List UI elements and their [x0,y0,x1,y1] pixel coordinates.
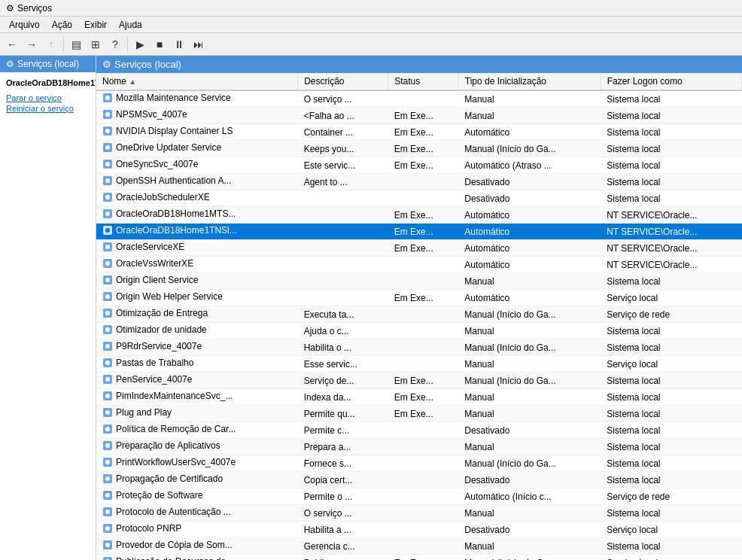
table-row[interactable]: OracleOraDB18Home1MTS...Em Exe...Automát… [96,207,742,224]
table-row[interactable]: Pastas de TrabalhoEsse servic...ManualSe… [96,356,742,373]
service-icon [102,556,113,560]
table-row[interactable]: Mozilla Maintenance ServiceO serviço ...… [96,90,742,108]
svg-point-51 [105,510,110,514]
back-button[interactable]: ← [3,35,21,53]
table-row[interactable]: Publicação de Recursos de ...Publica es.… [96,555,742,561]
table-row[interactable]: Otimização de EntregaExecuta ta...Manual… [96,306,742,323]
show-console-button[interactable]: ▤ [67,35,85,53]
service-icon [102,407,113,418]
services-tbody: Mozilla Maintenance ServiceO serviço ...… [96,90,742,560]
table-row[interactable]: Proteção de SoftwarePermite o ...Automát… [96,488,742,505]
table-row[interactable]: OracleOraDB18Home1TNSl...Em Exe...Automá… [96,224,742,240]
svg-point-1 [105,96,110,100]
service-name-cell: Origin Web Helper Service [96,290,298,306]
service-icon [102,192,113,202]
table-row[interactable]: OracleServiceXEEm Exe...AutomáticoNT SER… [96,240,742,257]
table-row[interactable]: Plug and PlayPermite qu...Em Exe...Manua… [96,406,742,422]
restart-service-link[interactable]: Reiniciar o serviço [6,104,90,113]
table-row[interactable]: Origin Web Helper ServiceEm Exe...Automá… [96,290,742,306]
properties-button[interactable]: ⊞ [87,35,105,53]
service-icon [102,175,113,186]
table-row[interactable]: Origin Client ServiceManualSistema local [96,273,742,290]
service-startup-cell: Manual (Início do Ga... [458,373,601,389]
service-icon [102,540,113,550]
stop-service-link[interactable]: Parar o serviço [6,93,90,102]
table-row[interactable]: Provedor de Cópia de Som...Gerencia c...… [96,538,742,555]
table-row[interactable]: OracleVssWriterXEAutomáticoNT SERVICE\Or… [96,257,742,273]
table-row[interactable]: NVIDIA Display Container LSContainer ...… [96,124,742,141]
service-icon [102,374,113,385]
col-desc[interactable]: Descrição [298,73,388,90]
table-row[interactable]: OpenSSH Authentication A...Agent to ...D… [96,174,742,190]
services-table-container: Nome ▲ Descrição Status Tipo de Iniciali… [96,73,742,560]
service-startup-cell: Automático [458,207,601,224]
service-name-cell: OracleVssWriterXE [96,257,298,273]
col-logon[interactable]: Fazer Logon como [601,73,741,90]
table-row[interactable]: Propagação de CertificadoCopia cert...De… [96,472,742,488]
table-row[interactable]: Preparação de AplicativosPrepara a...Man… [96,439,742,455]
start-button[interactable]: ▶ [131,35,149,53]
help-button[interactable]: ? [106,35,124,53]
service-name-cell: OracleOraDB18Home1MTS... [96,207,298,224]
menu-item-exibir[interactable]: Exibir [78,18,113,32]
service-name-cell: OracleServiceXE [96,240,298,257]
menu-item-ação[interactable]: Ação [46,18,78,32]
service-desc-cell: O serviço ... [298,505,388,522]
table-row[interactable]: Protocolo de Autenticação ...O serviço .… [96,505,742,522]
service-logon-cell: Sistema local [601,538,741,555]
table-row[interactable]: Otimizador de unidadeAjuda o c...ManualS… [96,323,742,339]
service-logon-cell: Sistema local [601,373,741,389]
table-row[interactable]: PrintWorkflowUserSvc_4007eFornece s...Ma… [96,455,742,472]
service-startup-cell: Manual [458,356,601,373]
menu-bar: ArquivoAçãoExibirAjuda [0,17,742,33]
col-name[interactable]: Nome ▲ [96,73,298,90]
service-logon-cell: Sistema local [601,472,741,488]
col-startup[interactable]: Tipo de Inicialização [458,73,601,90]
service-status-cell [388,505,459,522]
service-icon [102,242,113,252]
service-status-cell [388,174,459,190]
table-row[interactable]: OneDrive Updater ServiceKeeps you...Em E… [96,141,742,157]
table-row[interactable]: PenService_4007eServiço de...Em Exe...Ma… [96,373,742,389]
svg-point-9 [105,162,110,166]
service-status-cell: Em Exe... [388,108,459,124]
menu-item-arquivo[interactable]: Arquivo [3,18,46,32]
stop-button[interactable]: ■ [151,35,169,53]
service-startup-cell: Desativado [458,422,601,439]
service-desc-cell [298,240,388,257]
service-name-cell: PimIndexMaintenanceSvc_... [96,389,298,406]
service-logon-cell: Sistema local [601,406,741,422]
table-row[interactable]: OracleJobSchedulerXEDesativadoSistema lo… [96,190,742,207]
service-icon [102,208,113,219]
pause-button[interactable]: ⏸ [170,35,188,53]
table-row[interactable]: P9RdrService_4007eHabilita o ...Manual (… [96,339,742,356]
toolbar-sep-1 [63,37,64,52]
table-row[interactable]: OneSyncSvc_4007eEste servic...Em Exe...A… [96,157,742,174]
service-logon-cell: Sistema local [601,323,741,339]
table-row[interactable]: PimIndexMaintenanceSvc_...Indexa da...Em… [96,389,742,406]
service-status-cell [388,439,459,455]
svg-point-35 [105,377,110,382]
svg-point-45 [105,460,110,464]
table-row[interactable]: Protocolo PNRPHabilita a ...DesativadoSe… [96,522,742,538]
col-status[interactable]: Status [388,73,459,90]
menu-item-ajuda[interactable]: Ajuda [113,18,148,32]
service-icon [102,507,113,517]
service-logon-cell: Sistema local [601,439,741,455]
restart-button[interactable]: ⏭ [190,35,208,53]
service-desc-cell: Permite qu... [298,406,388,422]
service-status-cell: Em Exe... [388,406,459,422]
left-panel-icon: ⚙ [6,59,14,69]
service-logon-cell: Sistema local [601,108,741,124]
table-row[interactable]: NPSMSvc_4007e<Falha ao ...Em Exe...Manua… [96,108,742,124]
service-desc-cell: Este servic... [298,157,388,174]
service-icon [102,440,113,451]
table-row[interactable]: Política de Remoção de Car...Permite c..… [96,422,742,439]
svg-point-11 [105,178,110,183]
main-container: ⚙ Serviços (local) OracleOraDB18Home1TNS… [0,56,742,560]
service-status-cell [388,257,459,273]
service-icon [102,142,113,153]
forward-button[interactable]: → [23,35,41,53]
service-name-cell: Provedor de Cópia de Som... [96,538,298,555]
service-startup-cell: Manual (Início do Ga... [458,306,601,323]
